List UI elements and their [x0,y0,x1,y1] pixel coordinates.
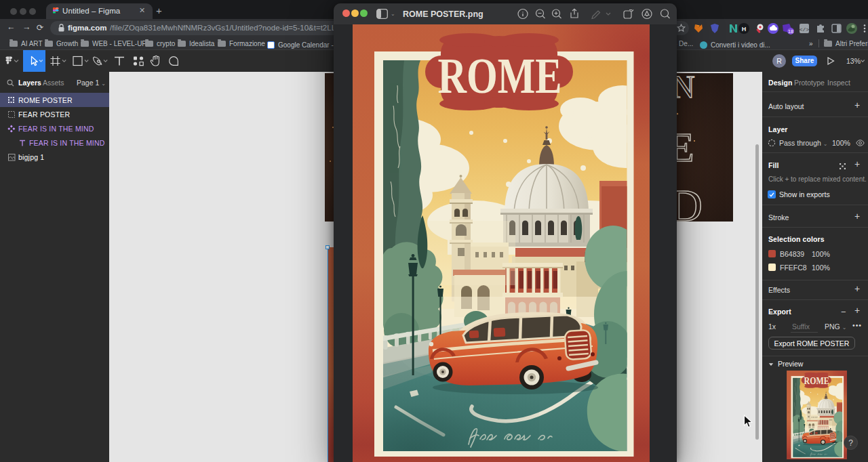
svg-text:18: 18 [788,29,793,34]
svg-text:Share: Share [795,57,814,64]
svg-text:</>: </> [800,26,810,33]
svg-text:H: H [742,26,747,33]
svg-text:R: R [776,57,782,65]
svg-text:13%: 13% [846,57,861,65]
